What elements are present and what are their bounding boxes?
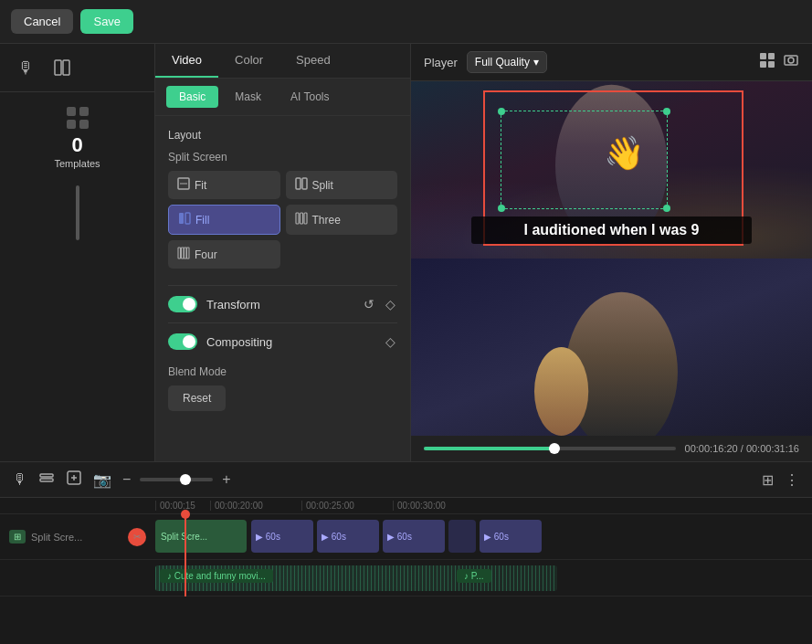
subtab-ai-tools[interactable]: AI Tools — [278, 86, 342, 108]
quality-label: Full Quality — [475, 56, 530, 69]
layout-label: Layout — [168, 129, 397, 142]
player-area: Player Full Quality ▾ — [411, 44, 812, 461]
split-label: Split — [312, 179, 333, 192]
player-header-right — [759, 52, 799, 72]
blend-mode-label: Blend Mode — [168, 365, 397, 378]
tab-video[interactable]: Video — [155, 44, 218, 78]
diamond-icon-button[interactable]: ◇ — [384, 295, 397, 313]
tab-color[interactable]: Color — [218, 44, 279, 78]
templates-icon — [61, 101, 94, 134]
zoom-slider[interactable] — [140, 478, 213, 481]
svg-rect-2 — [67, 107, 76, 116]
camera-btn[interactable]: 📷 — [91, 470, 113, 491]
clip-60s-4[interactable]: ▶ 60s — [480, 520, 542, 553]
svg-point-24 — [788, 58, 794, 63]
quality-select[interactable]: Full Quality ▾ — [467, 51, 547, 73]
video-frame-top: 👋 I auditioned when I was 9 — [411, 81, 812, 259]
layout-fit-button[interactable]: Fit — [168, 171, 280, 199]
layout-grid-top: Fit Split — [168, 171, 397, 199]
compositing-toggle[interactable] — [168, 333, 197, 350]
main-track-label: ⊞ Split Scre... ✂ — [0, 528, 155, 546]
subtab-mask[interactable]: Mask — [222, 86, 274, 108]
templates-label: Templates — [54, 158, 100, 169]
progress-track[interactable] — [424, 447, 676, 450]
more-options-btn[interactable]: ⋮ — [783, 470, 801, 491]
sub-tab-bar: Basic Mask AI Tools — [155, 79, 410, 116]
svg-rect-10 — [179, 213, 184, 224]
zoom-out-btn[interactable]: − — [121, 470, 132, 490]
cancel-button[interactable]: Cancel — [11, 9, 73, 34]
mic-btn[interactable]: 🎙 — [11, 470, 29, 490]
three-icon — [295, 212, 308, 227]
video-canvas: 👋 I auditioned when I was 9 — [411, 81, 812, 436]
grid-view-icon-button[interactable] — [759, 52, 775, 72]
refresh-icon-button[interactable]: ↺ — [362, 295, 376, 313]
svg-rect-18 — [187, 248, 190, 259]
scissors-badge[interactable]: ✂ — [128, 528, 146, 546]
track-name: Split Scre... — [31, 532, 82, 543]
player-header: Player Full Quality ▾ — [411, 44, 812, 81]
svg-rect-1 — [63, 60, 69, 75]
timeline-ctrl-right: ⊞ ⋮ — [760, 470, 801, 491]
audio-label-2[interactable]: ♪ P... — [457, 569, 491, 583]
progress-fill — [424, 447, 554, 450]
main-clip[interactable]: Split Scre... — [155, 520, 247, 553]
ruler-mark-4: 00:00:30:00 — [393, 501, 484, 511]
svg-rect-17 — [185, 248, 187, 259]
zoom-in-btn[interactable]: + — [220, 470, 232, 490]
top-bar: Cancel Save — [0, 0, 812, 44]
svg-rect-9 — [302, 178, 307, 189]
fullscreen-icon-button[interactable] — [783, 52, 799, 72]
transform-icons: ↺ ◇ — [362, 295, 397, 313]
sidebar-top: 🎙 — [0, 44, 154, 92]
audio-track-row: ♪ Cute and funny movi... ♪ P... — [0, 560, 812, 596]
player-progress: 00:00:16:20 / 00:00:31:16 — [411, 436, 812, 461]
main-track-content: Split Scre... ▶ 60s ▶ 60s ▶ 60s ▶ 60s — [155, 514, 812, 559]
save-button[interactable]: Save — [80, 9, 133, 34]
time-current: 00:00:16:20 — [685, 443, 738, 454]
sidebar-scroll-area — [0, 178, 154, 461]
compositing-diamond-button[interactable]: ◇ — [384, 333, 397, 351]
svg-rect-12 — [296, 213, 299, 224]
main-clip-label: Split Scre... — [155, 532, 213, 542]
svg-rect-0 — [55, 60, 61, 75]
layout-four-button[interactable]: Four — [168, 240, 280, 269]
track-type-btn[interactable] — [37, 468, 57, 491]
track-type-badge: ⊞ — [9, 530, 26, 544]
audio-label-1[interactable]: ♪ Cute and funny movi... — [160, 569, 273, 583]
mic-icon: 🎙 — [11, 53, 40, 82]
time-total: 00:00:31:16 — [746, 443, 799, 454]
clip-60s-3[interactable]: ▶ 60s — [383, 520, 445, 553]
ruler-mark-2: 00:00:20:00 — [210, 501, 301, 511]
transform-left: Transform — [168, 296, 260, 312]
svg-rect-16 — [182, 248, 185, 259]
compositing-label: Compositing — [206, 335, 272, 349]
transform-row: Transform ↺ ◇ — [168, 285, 397, 322]
timeline-controls: 🎙 📷 − + ⊞ ⋮ — [0, 462, 812, 498]
fit-icon — [177, 177, 190, 193]
chevron-down-icon: ▾ — [533, 56, 539, 69]
reset-button[interactable]: Reset — [168, 385, 226, 411]
progress-thumb[interactable] — [549, 443, 560, 454]
svg-rect-19 — [760, 53, 766, 59]
layout-three-button[interactable]: Three — [286, 205, 398, 235]
add-track-btn[interactable] — [64, 468, 84, 491]
sidebar-templates[interactable]: 0 Templates — [0, 92, 154, 178]
tab-speed[interactable]: Speed — [279, 44, 347, 78]
timeline-ruler: 00:00:15 00:00:20:00 00:00:25:00 00:00:3… — [0, 498, 812, 514]
clip-partial[interactable] — [448, 520, 476, 553]
svg-rect-14 — [304, 213, 307, 224]
clip-60s-2[interactable]: ▶ 60s — [317, 520, 379, 553]
svg-rect-20 — [768, 53, 775, 59]
grid-timeline-btn[interactable]: ⊞ — [760, 470, 775, 491]
transform-toggle[interactable] — [168, 296, 197, 312]
layout-split-button[interactable]: Split — [286, 171, 398, 199]
clip-row: ▶ 60s ▶ 60s ▶ 60s ▶ 60s — [251, 520, 542, 553]
split-btn-icon — [295, 177, 308, 193]
clip-60s-1[interactable]: ▶ 60s — [251, 520, 313, 553]
subtab-basic[interactable]: Basic — [166, 86, 218, 108]
fill-icon — [178, 212, 191, 227]
svg-rect-8 — [296, 178, 301, 189]
layout-fill-button[interactable]: Fill — [168, 205, 280, 235]
zoom-thumb[interactable] — [180, 474, 191, 485]
